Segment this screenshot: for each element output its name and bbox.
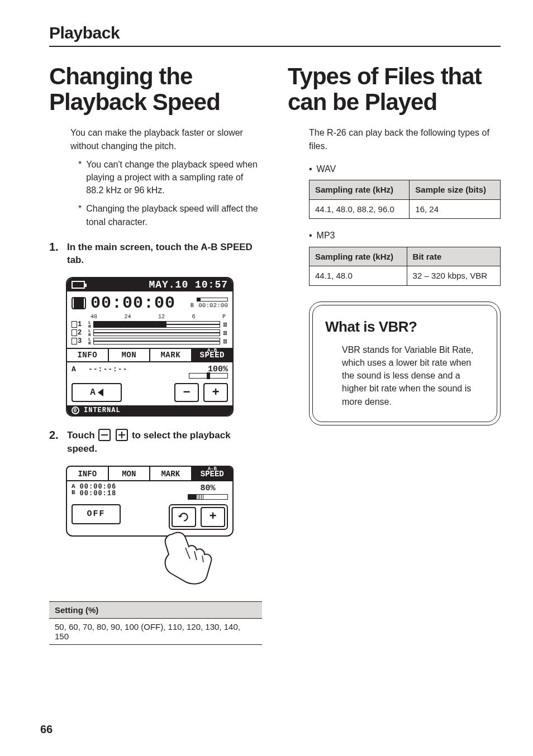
storage-index-icon: 0 <box>72 406 79 414</box>
hand-pointer-icon <box>161 530 222 586</box>
table-cell: 44.1, 48.0, 88.2, 96.0 <box>310 199 410 219</box>
table-header: Sampling rate (kHz) <box>310 247 407 266</box>
step-number: 2. <box>49 429 61 456</box>
set-a-button[interactable]: A <box>72 383 122 402</box>
tab-mon[interactable]: MON <box>109 467 151 480</box>
scale-tick: 6 <box>192 314 195 320</box>
lcd-main-screen-figure: MAY.10 10:57 00:00:00 ⏸ 00:02:00 48 <box>66 277 262 417</box>
step-number: 1. <box>49 241 61 267</box>
callout-body: VBR stands for Variable Bit Rate, which … <box>342 343 484 408</box>
asterisk-icon: * <box>78 158 82 197</box>
b-time: 00:00:18 <box>80 490 117 497</box>
page-number: 66 <box>40 723 53 736</box>
a-label: A <box>72 365 83 374</box>
rewind-icon <box>98 389 103 396</box>
level-meter <box>93 341 220 344</box>
setting-header: Setting (%) <box>49 601 262 618</box>
speed-slider <box>189 373 228 379</box>
mp3-table: Sampling rate (kHz) Bit rate 44.1, 48.0 … <box>309 247 501 286</box>
loop-minus-icon <box>178 511 189 523</box>
tab-mark[interactable]: MARK <box>150 467 192 480</box>
table-cell: 32 – 320 kbps, VBR <box>407 266 500 286</box>
lcd-speed-tab-figure: INFO MON MARK A-BSPEED AB 00:00:0600:00:… <box>66 466 262 587</box>
heading-changing-speed: Changing the Playback Speed <box>49 64 262 115</box>
note-text: You can't change the playback speed when… <box>86 158 262 197</box>
pause-icon: ⏸ <box>189 302 195 309</box>
a-time-empty: --:--:-- <box>88 365 202 374</box>
tab-ab-speed[interactable]: A-BSPEED <box>192 349 233 361</box>
intro-text: The R-26 can play back the following typ… <box>309 126 501 152</box>
callout-title: What is VBR? <box>325 317 484 338</box>
section-header: Playback <box>49 23 501 47</box>
tab-info[interactable]: INFO <box>67 349 109 361</box>
plus-icon <box>116 429 128 441</box>
wav-table: Sampling rate (kHz) Sample size (bits) 4… <box>309 180 501 219</box>
storage-label: INTERNAL <box>84 406 121 414</box>
section-title: Playback <box>49 23 501 42</box>
table-header: Bit rate <box>407 247 500 266</box>
speaker-icon <box>72 329 77 336</box>
vbr-callout: What is VBR? VBR stands for Variable Bit… <box>309 302 501 425</box>
intro-text: You can make the playback faster or slow… <box>70 126 262 152</box>
speed-plus-button[interactable]: + <box>201 507 225 527</box>
level-meter <box>93 324 220 328</box>
scale-tick: P <box>222 314 226 320</box>
step-1: 1. In the main screen, touch the A-B SPE… <box>49 241 262 267</box>
table-cell: 16, 24 <box>410 199 501 219</box>
bullet-icon: • <box>309 162 312 175</box>
note-item: * You can't change the playback speed wh… <box>78 158 262 197</box>
speed-minus-button[interactable]: − <box>174 383 199 402</box>
setting-values: 50, 60, 70, 80, 90, 100 (OFF), 110, 120,… <box>49 618 262 644</box>
tab-info[interactable]: INFO <box>67 467 109 480</box>
stop-icon <box>72 297 86 309</box>
scale-tick: 24 <box>124 314 131 320</box>
ab-off-button[interactable]: OFF <box>72 504 121 524</box>
note-item: * Changing the playback speed will affec… <box>78 202 262 228</box>
right-column: Types of Files that can be Played The R-… <box>288 64 501 645</box>
tab-ab-speed[interactable]: A-BSPEED <box>192 467 233 480</box>
scale-tick: 12 <box>158 314 165 320</box>
note-text: Changing the playback speed will affect … <box>86 202 262 228</box>
tab-mark[interactable]: MARK <box>150 349 192 361</box>
datetime-label: MAY.10 10:57 <box>149 279 228 290</box>
bullet-wav: • WAV <box>309 162 501 175</box>
speed-plus-button[interactable]: + <box>203 383 228 402</box>
elapsed-time: 00:00:00 <box>91 294 184 313</box>
speed-slider <box>188 494 228 500</box>
speaker-icon <box>72 321 77 328</box>
minus-icon <box>98 429 111 441</box>
speed-percent: 80% <box>188 484 228 493</box>
remaining-time: 00:02:00 <box>198 302 228 309</box>
heading-file-types: Types of Files that can be Played <box>288 64 501 115</box>
speaker-icon <box>72 338 77 344</box>
asterisk-icon: * <box>78 202 82 228</box>
bullet-mp3: • MP3 <box>309 229 501 242</box>
table-header: Sample size (bits) <box>410 180 501 199</box>
speed-minus-button[interactable] <box>172 507 196 527</box>
bullet-icon: • <box>309 229 312 242</box>
left-column: Changing the Playback Speed You can make… <box>49 64 262 645</box>
table-cell: 44.1, 48.0 <box>310 266 407 286</box>
table-header: Sampling rate (kHz) <box>310 180 410 199</box>
level-meter <box>93 333 220 336</box>
battery-icon <box>72 281 85 289</box>
step-2: 2. Touch to select the playback speed. <box>49 429 262 456</box>
step-text: In the main screen, touch the A-B SPEED … <box>67 241 262 267</box>
scale-tick: 48 <box>91 314 97 320</box>
setting-table: Setting (%) 50, 60, 70, 80, 90, 100 (OFF… <box>49 601 262 645</box>
step-text: Touch to select the playback speed. <box>67 429 262 456</box>
progress-bar <box>197 298 228 302</box>
tab-mon[interactable]: MON <box>109 349 151 361</box>
